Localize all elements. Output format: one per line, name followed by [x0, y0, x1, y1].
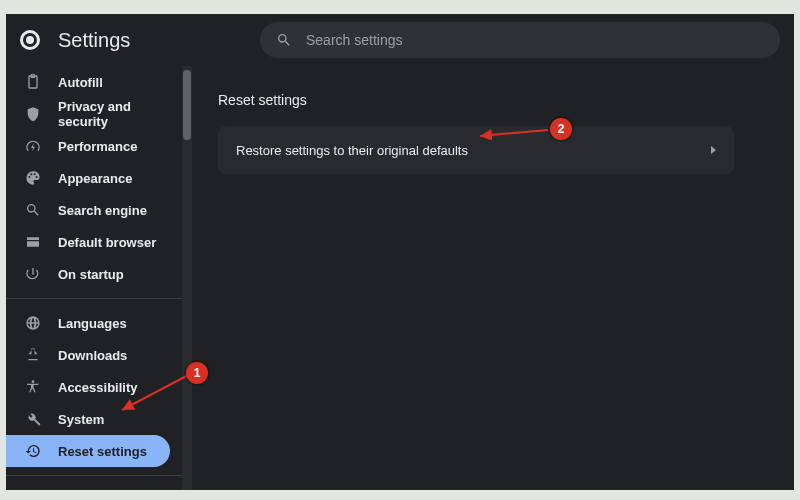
sidebar-item-privacy[interactable]: Privacy and security — [6, 98, 182, 130]
sidebar-divider — [6, 298, 182, 299]
sidebar-item-label: Autofill — [58, 75, 103, 90]
search-input[interactable] — [306, 32, 764, 48]
sidebar-item-label: Search engine — [58, 203, 147, 218]
accessibility-icon — [24, 378, 42, 396]
sidebar-scrollbar-track[interactable] — [182, 66, 192, 490]
page-title: Settings — [58, 29, 130, 52]
shield-icon — [24, 105, 42, 123]
annotation-callout-2: 2 — [550, 118, 572, 140]
sidebar-item-label: Privacy and security — [58, 99, 182, 129]
chevron-right-icon — [711, 146, 716, 154]
sidebar-item-reset-settings[interactable]: Reset settings — [6, 435, 170, 467]
speedometer-icon — [24, 137, 42, 155]
sidebar-item-languages[interactable]: Languages — [6, 307, 182, 339]
settings-window: Settings Autofill Privacy and security — [6, 14, 794, 490]
sidebar-item-extensions[interactable]: Extensions — [6, 484, 182, 490]
header-bar: Settings — [6, 14, 794, 66]
sidebar-item-label: Downloads — [58, 348, 127, 363]
history-icon — [24, 442, 42, 460]
section-title: Reset settings — [218, 92, 786, 108]
search-box[interactable] — [260, 22, 780, 58]
main-content: Reset settings Restore settings to their… — [192, 66, 794, 490]
globe-icon — [24, 314, 42, 332]
search-icon — [24, 201, 42, 219]
chrome-logo-icon — [20, 30, 40, 50]
sidebar-item-appearance[interactable]: Appearance — [6, 162, 182, 194]
browser-icon — [24, 233, 42, 251]
sidebar-item-label: System — [58, 412, 104, 427]
annotation-callout-1: 1 — [186, 362, 208, 384]
sidebar-item-accessibility[interactable]: Accessibility — [6, 371, 182, 403]
sidebar-item-system[interactable]: System — [6, 403, 182, 435]
sidebar-item-label: Appearance — [58, 171, 132, 186]
power-icon — [24, 265, 42, 283]
restore-defaults-row[interactable]: Restore settings to their original defau… — [218, 126, 734, 174]
sidebar-item-label: Languages — [58, 316, 127, 331]
sidebar-divider — [6, 475, 182, 476]
sidebar-item-downloads[interactable]: Downloads — [6, 339, 182, 371]
sidebar-item-label: Accessibility — [58, 380, 138, 395]
search-icon — [276, 32, 292, 48]
sidebar-item-performance[interactable]: Performance — [6, 130, 182, 162]
sidebar-item-on-startup[interactable]: On startup — [6, 258, 182, 290]
sidebar: Autofill Privacy and security Performanc… — [6, 66, 192, 490]
sidebar-scrollbar-thumb[interactable] — [183, 70, 191, 140]
sidebar-item-label: Performance — [58, 139, 137, 154]
palette-icon — [24, 169, 42, 187]
wrench-icon — [24, 410, 42, 428]
restore-defaults-label: Restore settings to their original defau… — [236, 143, 468, 158]
download-icon — [24, 346, 42, 364]
sidebar-item-label: Reset settings — [58, 444, 147, 459]
clipboard-icon — [24, 73, 42, 91]
sidebar-item-autofill[interactable]: Autofill — [6, 66, 182, 98]
sidebar-item-label: On startup — [58, 267, 124, 282]
sidebar-item-label: Default browser — [58, 235, 156, 250]
sidebar-item-default-browser[interactable]: Default browser — [6, 226, 182, 258]
sidebar-item-search-engine[interactable]: Search engine — [6, 194, 182, 226]
